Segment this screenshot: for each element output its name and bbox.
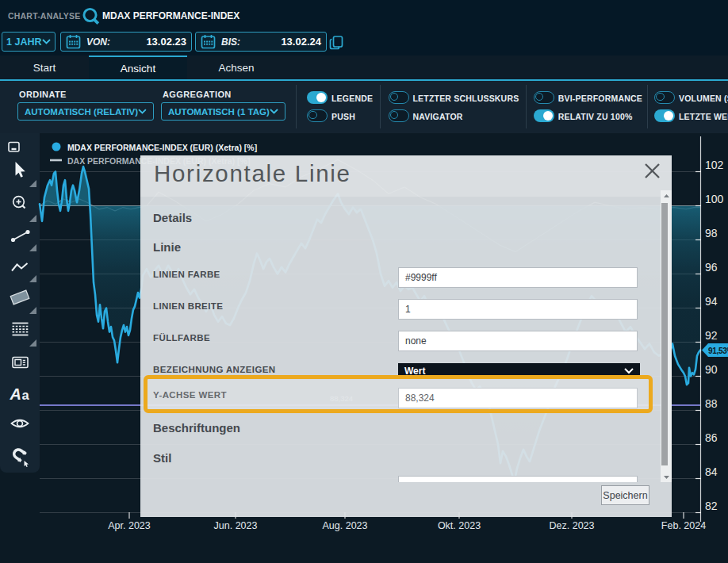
svg-text:88: 88	[705, 397, 718, 410]
svg-text:92: 92	[705, 329, 718, 342]
svg-text:82: 82	[705, 500, 718, 512]
svg-text:91,53%: 91,53%	[708, 347, 728, 355]
svg-text:84: 84	[705, 465, 718, 478]
svg-text:98: 98	[705, 227, 718, 239]
svg-text:Apr. 2023: Apr. 2023	[108, 520, 151, 531]
svg-text:90: 90	[705, 363, 718, 376]
svg-text:Jun. 2023: Jun. 2023	[214, 520, 258, 531]
svg-text:94: 94	[705, 295, 718, 308]
svg-text:Okt. 2023: Okt. 2023	[438, 520, 481, 531]
svg-text:86: 86	[705, 431, 718, 444]
svg-text:100: 100	[705, 193, 724, 205]
svg-text:96: 96	[705, 261, 718, 274]
svg-text:MDAX PERFORMANCE-INDEX (EUR) (: MDAX PERFORMANCE-INDEX (EUR) (Xetra) [%]	[67, 143, 257, 152]
svg-text:Aug. 2023: Aug. 2023	[323, 520, 368, 531]
svg-text:Dez. 2023: Dez. 2023	[550, 520, 595, 531]
svg-text:Feb. 2024: Feb. 2024	[661, 520, 706, 531]
svg-text:102: 102	[705, 159, 724, 171]
